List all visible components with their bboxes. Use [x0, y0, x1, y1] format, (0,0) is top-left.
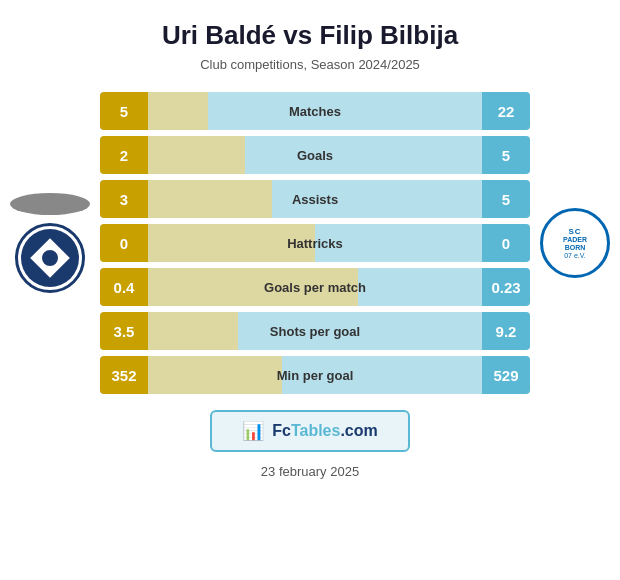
stat-bar-container: Matches	[148, 92, 482, 130]
stat-label: Assists	[292, 192, 338, 207]
stat-bar-container: Shots per goal	[148, 312, 482, 350]
stat-left-value: 3.5	[100, 312, 148, 350]
stat-fill-left	[148, 356, 282, 394]
fctables-banner: 📊 FcTables.com	[210, 410, 410, 452]
page: Uri Baldé vs Filip Bilbija Club competit…	[0, 0, 620, 580]
stat-fill-right	[245, 136, 482, 174]
stat-right-value: 5	[482, 136, 530, 174]
stat-row: 3.5Shots per goal9.2	[100, 312, 530, 350]
paderborn-inner: SC PADERBORN 07 e.V.	[563, 227, 587, 258]
stat-row: 3Assists5	[100, 180, 530, 218]
stat-right-value: 22	[482, 92, 530, 130]
fctables-text: FcTables.com	[272, 422, 378, 440]
paderborn-sc-text: SC	[568, 227, 581, 236]
stat-fill-left	[148, 180, 272, 218]
stat-left-value: 352	[100, 356, 148, 394]
stat-fill-right	[208, 92, 482, 130]
stat-row: 5Matches22	[100, 92, 530, 130]
stat-right-value: 0.23	[482, 268, 530, 306]
stat-fill-left	[148, 136, 245, 174]
stat-bar-container: Assists	[148, 180, 482, 218]
page-title: Uri Baldé vs Filip Bilbija	[162, 20, 458, 51]
stat-row: 0Hattricks0	[100, 224, 530, 262]
stat-left-value: 0.4	[100, 268, 148, 306]
stat-label: Min per goal	[277, 368, 354, 383]
stat-row: 2Goals5	[100, 136, 530, 174]
stat-right-value: 529	[482, 356, 530, 394]
stat-right-value: 9.2	[482, 312, 530, 350]
fctables-blue-part: Tables	[291, 422, 341, 439]
hsv-diamond	[30, 238, 70, 278]
paderborn-name-text: PADERBORN	[563, 236, 587, 251]
stat-left-value: 2	[100, 136, 148, 174]
page-subtitle: Club competitions, Season 2024/2025	[200, 57, 420, 72]
hsv-inner	[21, 229, 79, 287]
main-content: 5Matches222Goals53Assists50Hattricks00.4…	[0, 92, 620, 394]
stat-right-value: 0	[482, 224, 530, 262]
stat-left-value: 0	[100, 224, 148, 262]
stat-fill-right	[358, 268, 482, 306]
stat-bar-container: Min per goal	[148, 356, 482, 394]
stat-bar-container: Hattricks	[148, 224, 482, 262]
stat-left-value: 5	[100, 92, 148, 130]
stat-fill-left	[148, 312, 238, 350]
stat-row: 0.4Goals per match0.23	[100, 268, 530, 306]
stat-label: Hattricks	[287, 236, 343, 251]
hsv-logo	[15, 223, 85, 293]
team-left-logo-area	[10, 193, 90, 293]
hsv-diamond-inner	[39, 247, 62, 270]
stat-bar-container: Goals per match	[148, 268, 482, 306]
stat-bar-container: Goals	[148, 136, 482, 174]
stat-label: Matches	[289, 104, 341, 119]
stat-right-value: 5	[482, 180, 530, 218]
team-left-oval	[10, 193, 90, 215]
stat-label: Goals per match	[264, 280, 366, 295]
stat-left-value: 3	[100, 180, 148, 218]
paderborn-07-text: 07 e.V.	[564, 252, 586, 259]
paderborn-logo: SC PADERBORN 07 e.V.	[540, 208, 610, 278]
fctables-icon: 📊	[242, 420, 264, 442]
stat-label: Shots per goal	[270, 324, 360, 339]
team-right-logo-area: SC PADERBORN 07 e.V.	[540, 208, 610, 278]
stats-container: 5Matches222Goals53Assists50Hattricks00.4…	[100, 92, 530, 394]
stat-row: 352Min per goal529	[100, 356, 530, 394]
date-footer: 23 february 2025	[261, 464, 359, 479]
stat-label: Goals	[297, 148, 333, 163]
stat-fill-left	[148, 92, 208, 130]
